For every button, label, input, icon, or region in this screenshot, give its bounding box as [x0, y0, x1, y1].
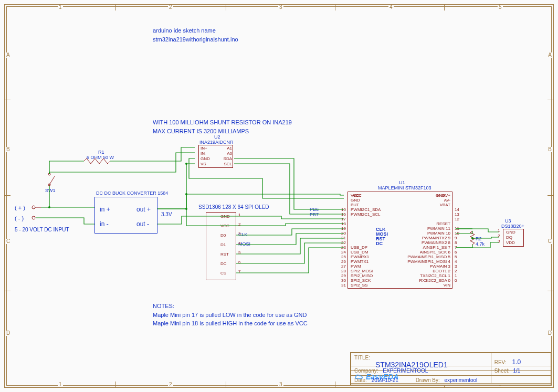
u1-right-pin-num: 12 [455, 217, 459, 221]
u2-pin-gnd: GND [201, 156, 210, 161]
tick [115, 4, 116, 10]
u1-left-pin-label: PWMI2C1_SDA [351, 207, 381, 212]
u1-right-pin-num: 7 [455, 245, 457, 250]
input-pos: ( + ) [15, 205, 25, 211]
tick [226, 4, 226, 10]
u1-right-pin-label: VIN [399, 283, 450, 288]
r1-val: 6 OHM 50 W [87, 155, 114, 160]
u1-right-pin-num: 14 [455, 207, 459, 212]
tick [115, 382, 116, 388]
company-lbl: Company: [354, 368, 378, 374]
u1-left-pin-num: 20 [341, 231, 346, 236]
oled-sig-clk: CLK [238, 232, 248, 237]
u1-left-pin-num: 22 [341, 240, 346, 245]
u1-left-pin-num: 23 [341, 245, 346, 250]
u1-right-pin-num: 10 [455, 231, 459, 236]
u1-left-pin-label: BUT [351, 203, 359, 207]
u3-gnd: GND [506, 230, 515, 235]
u1-left-pin-label: PWM [351, 264, 361, 269]
u1-right-pin-num: 11 [455, 226, 459, 231]
u1-left-pin-num: 30 [341, 278, 346, 283]
u1-sig-dc: DC [376, 241, 383, 246]
u1-left-pin-label: SPI2_SS [351, 283, 367, 288]
u1-left-pin-num: 16 [341, 212, 346, 217]
u1-left-pin-num: 24 [341, 250, 346, 255]
input-neg: ( - ) [15, 215, 24, 221]
u1-right-pin-label: VBAT [399, 203, 450, 207]
u1-left-pin-label: PWMTX1 [351, 259, 369, 264]
u2-pin-a1: A1 [224, 146, 232, 151]
u1-right-pin-num: 3 [455, 264, 457, 269]
oled-title: SSD1306 128 X 64 SPI OLED [198, 204, 269, 210]
u3-dq: DQ [506, 235, 512, 240]
u3-vdd: VDD [506, 240, 515, 245]
u2-part: INA219AIDCNR [199, 140, 234, 145]
u1-left-pin-num: 26 [341, 259, 346, 264]
sw1-ref: SW1 [45, 188, 56, 193]
u1-left-pin-label: USB_DM [351, 250, 368, 255]
buck-inp: in + [100, 206, 110, 213]
date-val: 2019-10-21 [369, 377, 398, 383]
u1-right-pin-label: PWMAINTX2 9 [399, 236, 450, 240]
r2-val: 4.7k [476, 241, 485, 247]
tick [548, 195, 554, 196]
oled-d1: D1 [220, 242, 226, 247]
u2-pin-inn: IN- [201, 151, 206, 156]
u1-left-pin-label: VCC [351, 193, 360, 198]
u1-left-pin-num: 27 [341, 264, 346, 269]
u1-right-pin-label: PWMAIN 10 [399, 231, 450, 236]
u2-pin-vs: VS [201, 162, 206, 166]
u1-left-pin-num: 18 [341, 221, 346, 226]
sheet-val: 1/1 [511, 368, 520, 374]
u1-left-pin-label: PWMRX1 [351, 255, 369, 259]
sheet-lbl: Sheet: [494, 368, 510, 374]
u1-right-pin-label: RESET [399, 221, 450, 226]
u1-right-pin-label: AV- [399, 198, 450, 203]
buck-converter [94, 197, 157, 234]
u1-right-pin-label: PWMAINSPI1_MISO 5 [399, 255, 450, 259]
tick [548, 291, 554, 291]
r2-ref: R2 [476, 236, 482, 241]
u1-right-pin-num: 2 [455, 269, 457, 273]
title-block: TITLE: STM32INA219OLED1 REV: 1.0 EasyEDA… [350, 352, 552, 386]
u1-left-pin-label: SPI2_MISO [351, 273, 373, 278]
u2-pin-a0: A0 [224, 151, 232, 156]
u1-left-pin-num: 21 [341, 236, 346, 240]
u1-left-pin-num: 29 [341, 273, 346, 278]
u1-right-pin-num: 4 [455, 259, 457, 264]
rev-val: 1.0 [508, 358, 521, 366]
oled-vcc: VCC [220, 224, 229, 228]
u3-part: DS18B20+ [501, 224, 524, 229]
u1-part: MAPLEMINI STM32F103 [378, 185, 431, 190]
u1-right-pin-num: 5 [455, 255, 457, 259]
tick [335, 382, 335, 388]
rev-lbl: REV: [494, 359, 507, 365]
net-pb7: PB7 [310, 212, 319, 217]
u1-right-pin-label: BOOT1 2 [399, 269, 450, 273]
u3-ref: U3 [505, 218, 511, 224]
net-pb6: PB6 [310, 207, 319, 212]
tick [4, 291, 10, 291]
u1-right-pin-label: PWMAIN 3 [399, 264, 450, 269]
u1-left-pin-num: 28 [341, 269, 346, 273]
oled-cs: CS [220, 271, 226, 276]
u2-pin-sda: SDA [223, 156, 232, 161]
oled-gnd: GND [220, 214, 230, 219]
oled-sig-mosi: MOSI [238, 241, 250, 247]
u1-left-pin-label: USB_DP [351, 245, 367, 250]
buck-outn: out - [136, 220, 149, 228]
r1-ref: R1 [98, 150, 104, 155]
tick [226, 382, 226, 388]
note-bottom: NOTES: Maple Mini pin 17 is pulled LOW i… [153, 302, 308, 328]
u1-left-pin-num: 15 [341, 207, 346, 212]
tick [4, 195, 10, 196]
u1-left-pin-label: GND [351, 198, 360, 203]
buck-title: DC DC BUCK CONVERTER 1584 [96, 190, 168, 196]
u1-right-pin-num: 0 [455, 278, 457, 283]
u1-ref: U1 [399, 180, 405, 185]
u1-right-pin-num: 13 [455, 212, 459, 217]
u1-left-pin-label: SPI2_MOSI [351, 269, 373, 273]
date-lbl: Date: [354, 377, 367, 383]
oled-rst: RST [220, 252, 229, 257]
buck-outp: out + [136, 206, 151, 213]
